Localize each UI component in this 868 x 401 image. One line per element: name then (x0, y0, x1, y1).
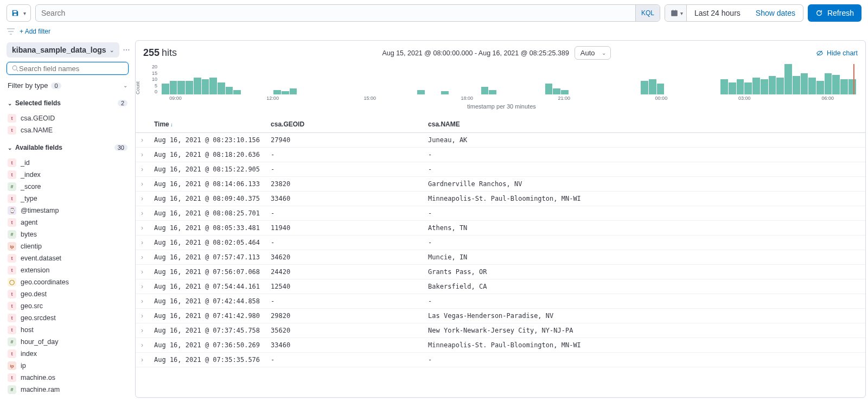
histogram-bar[interactable] (233, 90, 241, 94)
field-item[interactable]: t_type (7, 193, 129, 205)
histogram-bar[interactable] (825, 73, 832, 94)
histogram-bar[interactable] (752, 78, 760, 94)
expand-row-button[interactable]: › (136, 162, 149, 177)
histogram-bar[interactable] (848, 79, 856, 94)
field-item[interactable]: tgeo.src (7, 300, 129, 312)
field-item[interactable]: ipip (7, 360, 129, 372)
histogram-bar[interactable] (162, 84, 169, 94)
field-item[interactable]: textension (7, 264, 129, 276)
histogram-bar[interactable] (737, 79, 744, 94)
index-pattern-select[interactable]: kibana_sample_data_logs ⌄ (7, 42, 119, 58)
expand-row-button[interactable]: › (136, 235, 149, 250)
expand-row-button[interactable]: › (136, 133, 149, 148)
expand-row-button[interactable]: › (136, 338, 149, 353)
histogram-bar[interactable] (561, 90, 569, 94)
search-input[interactable] (36, 9, 635, 17)
selected-fields-header[interactable]: ⌄Selected fields 2 (7, 96, 129, 108)
histogram-bar[interactable] (177, 81, 185, 94)
histogram-bar[interactable] (545, 84, 553, 94)
show-dates-link[interactable]: Show dates (748, 9, 803, 17)
field-item[interactable]: ⌚@timestamp (7, 205, 129, 217)
histogram-bar[interactable] (218, 82, 225, 94)
expand-row-button[interactable]: › (136, 265, 149, 279)
filter-icon[interactable] (7, 27, 15, 36)
expand-row-button[interactable]: › (136, 323, 149, 338)
expand-row-button[interactable]: › (136, 148, 149, 162)
histogram-bar[interactable] (202, 79, 209, 94)
field-item[interactable]: thost (7, 324, 129, 336)
expand-row-button[interactable]: › (136, 177, 149, 192)
expand-row-button[interactable]: › (136, 206, 149, 221)
field-item[interactable]: tcsa.GEOID (7, 112, 129, 124)
histogram-bar[interactable] (290, 88, 297, 94)
histogram-bar[interactable] (784, 64, 792, 94)
save-query-button[interactable]: ▾ (7, 4, 31, 22)
histogram-bar[interactable] (441, 91, 449, 94)
histogram-bar[interactable] (209, 78, 217, 94)
hide-chart-button[interactable]: Hide chart (816, 49, 858, 57)
field-item[interactable]: ipclientip (7, 240, 129, 252)
histogram-chart[interactable]: Count 20151050 09:0012:0015:0018:0021:00… (136, 60, 865, 116)
field-item[interactable]: t_index (7, 169, 129, 181)
field-type-icon: # (8, 230, 16, 239)
field-item[interactable]: tcsa.NAME (7, 124, 129, 136)
expand-row-button[interactable]: › (136, 221, 149, 235)
field-item[interactable]: tindex (7, 348, 129, 360)
field-item[interactable]: t_id (7, 157, 129, 169)
histogram-bar[interactable] (729, 82, 736, 94)
histogram-bar[interactable] (481, 87, 489, 94)
hits-count: 255hits (143, 47, 177, 59)
histogram-bar[interactable] (194, 78, 201, 94)
field-item[interactable]: ◯geo.coordinates (7, 276, 129, 288)
available-fields-header[interactable]: ⌄Available fields 30 (7, 141, 129, 152)
histogram-bar[interactable] (553, 88, 560, 94)
kql-toggle[interactable]: KQL (635, 5, 660, 21)
field-item[interactable]: #_score (7, 181, 129, 193)
refresh-button[interactable]: Refresh (808, 4, 861, 22)
histogram-bar[interactable] (776, 78, 784, 94)
histogram-bar[interactable] (273, 90, 281, 94)
histogram-bar[interactable] (226, 87, 233, 94)
histogram-bar[interactable] (793, 76, 800, 94)
field-search-input[interactable] (19, 65, 124, 73)
histogram-bar[interactable] (417, 90, 425, 94)
histogram-bar[interactable] (720, 79, 728, 94)
histogram-bar[interactable] (641, 81, 648, 94)
field-item[interactable]: tgeo.dest (7, 288, 129, 300)
expand-row-button[interactable]: › (136, 279, 149, 294)
column-header-geoid[interactable]: csa.GEOID (265, 116, 423, 133)
expand-row-button[interactable]: › (136, 192, 149, 206)
date-picker[interactable]: ▾ Last 24 hours Show dates (665, 4, 803, 22)
histogram-bar[interactable] (657, 84, 665, 94)
field-item[interactable]: tmachine.os (7, 372, 129, 384)
expand-row-button[interactable]: › (136, 250, 149, 265)
field-item[interactable]: #hour_of_day (7, 336, 129, 348)
field-options-icon[interactable] (123, 46, 130, 54)
histogram-bar[interactable] (186, 81, 193, 94)
histogram-bar[interactable] (282, 91, 289, 94)
filter-by-type[interactable]: Filter by type0 ⌄ (7, 79, 129, 92)
column-header-name[interactable]: csa.NAME (423, 116, 865, 133)
field-item[interactable]: #machine.ram (7, 384, 129, 396)
histogram-bar[interactable] (816, 81, 824, 94)
expand-row-button[interactable]: › (136, 294, 149, 309)
field-item[interactable]: tagent (7, 217, 129, 228)
histogram-bar[interactable] (769, 76, 776, 94)
add-filter-button[interactable]: + Add filter (20, 28, 50, 35)
histogram-bar[interactable] (832, 75, 840, 94)
field-item[interactable]: tevent.dataset (7, 252, 129, 264)
interval-select[interactable]: Auto ⌄ (575, 46, 611, 60)
histogram-bar[interactable] (649, 79, 656, 94)
histogram-bar[interactable] (489, 90, 496, 94)
histogram-bar[interactable] (170, 81, 177, 94)
field-item[interactable]: #bytes (7, 228, 129, 240)
histogram-bar[interactable] (801, 73, 808, 94)
column-header-time[interactable]: Time↓ (149, 116, 265, 133)
field-item[interactable]: tgeo.srcdest (7, 312, 129, 324)
histogram-bar[interactable] (744, 82, 752, 94)
histogram-bar[interactable] (840, 79, 848, 94)
histogram-bar[interactable] (808, 78, 816, 94)
expand-row-button[interactable]: › (136, 309, 149, 323)
histogram-bar[interactable] (761, 79, 768, 94)
expand-row-button[interactable]: › (136, 353, 149, 367)
